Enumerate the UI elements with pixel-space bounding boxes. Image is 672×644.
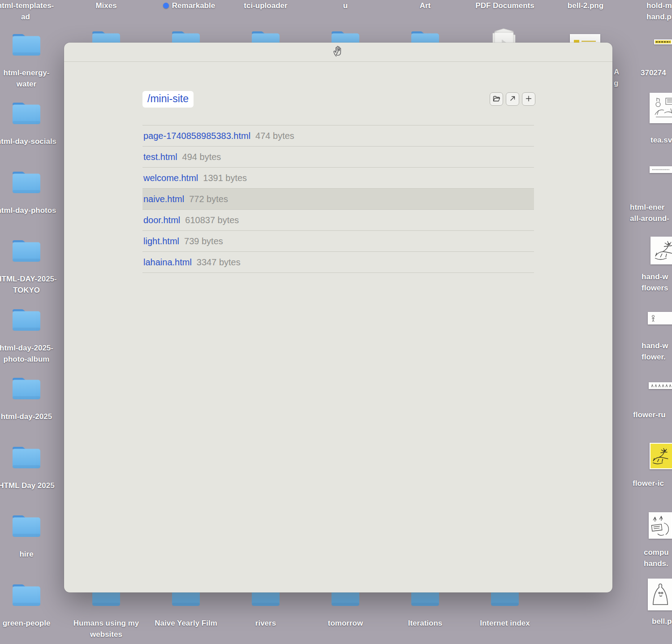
file-link[interactable]: page-1740858985383.html [143, 131, 250, 141]
window-titlebar[interactable] [64, 43, 612, 62]
desktop-label-html-templates-ad[interactable]: html-templates-ad [0, 0, 66, 22]
arrow-up-right-icon [508, 94, 517, 104]
desktop-label-hand-w-flowers[interactable]: hand-wflowers [642, 271, 672, 294]
folder-icon-html-day-2025-photo-album[interactable] [11, 307, 42, 333]
file-size: 610837 bytes [185, 215, 239, 225]
file-row-naive-html[interactable]: naive.html772 bytes [142, 188, 534, 209]
desktop-label-rivers[interactable]: rivers [225, 618, 306, 629]
hand-icon [332, 45, 344, 59]
html-energy-banner-thumbnail[interactable] [650, 166, 672, 173]
desktop-label-tci-uploader[interactable]: tci-uploader [225, 0, 306, 11]
file-link[interactable]: light.html [143, 236, 179, 246]
file-browser-window: /mini-site page-1740858985383.html474 by… [64, 43, 612, 592]
open-folder-icon [492, 94, 501, 104]
desktop-label-remarkable[interactable]: Remarkable [149, 0, 229, 11]
desktop-label-html-energy-water[interactable]: html-energy-water [0, 67, 67, 90]
file-size: 474 bytes [255, 131, 294, 141]
desktop-label-hire[interactable]: hire [0, 549, 67, 560]
desktop-label-internet-index[interactable]: Internet index [465, 618, 545, 629]
reveal-folder-button[interactable] [490, 92, 503, 106]
folder-icon-html-day-socials[interactable] [11, 100, 42, 127]
file-size: 494 bytes [182, 152, 221, 162]
desktop-label-html-day-2025[interactable]: html-day-2025 [0, 411, 67, 422]
flower-rule-thumbnail[interactable] [649, 382, 672, 389]
hand-with-flowers-thumbnail[interactable] [650, 237, 672, 264]
toolbar [490, 92, 535, 106]
desktop-label-html-day-socials[interactable]: html-day-socials [0, 136, 67, 147]
file-size: 1391 bytes [203, 173, 247, 183]
plus-icon [524, 94, 533, 104]
file-link[interactable]: naive.html [143, 194, 184, 204]
file-size: 739 bytes [184, 236, 223, 246]
desktop-label-u[interactable]: u [305, 0, 386, 11]
file-size: 772 bytes [189, 194, 228, 204]
bell-thumbnail[interactable] [648, 579, 672, 610]
desktop-label-hand-w-flower[interactable]: hand-wflower. [642, 340, 672, 363]
folder-icon-html-energy-water[interactable] [11, 31, 42, 58]
desktop-label-mixes[interactable]: Mixes [66, 0, 146, 11]
file-row-light-html[interactable]: light.html739 bytes [142, 230, 534, 251]
edge-strip-thumbnail[interactable] [654, 39, 672, 44]
desktop-label-html-day-2025[interactable]: HTML Day 2025 [0, 480, 67, 491]
file-link[interactable]: lahaina.html [143, 257, 192, 268]
desktop-label-html-day-photos[interactable]: html-day-photos [0, 205, 67, 216]
hand-with-flower-thumbnail[interactable] [648, 312, 672, 324]
sync-dot-icon [163, 3, 169, 9]
file-list: page-1740858985383.html474 bytestest.htm… [142, 125, 534, 273]
desktop-label-bell-p[interactable]: bell.p [652, 616, 672, 627]
desktop-label-flower-ru[interactable]: flower-ru [633, 409, 672, 420]
file-link[interactable]: welcome.html [143, 173, 198, 183]
desktop-label-compu-hands[interactable]: compuhands. [644, 547, 672, 569]
file-row-welcome-html[interactable]: welcome.html1391 bytes [142, 167, 534, 188]
desktop-label-tea-sv[interactable]: tea.sv [650, 134, 672, 146]
desktop-label-html-ener-all-around[interactable]: html-enerall-around- [630, 202, 672, 224]
tea-thumbnail[interactable] [650, 93, 672, 123]
path-chip[interactable]: /mini-site [142, 91, 194, 108]
desktop-label-bell-2-png[interactable]: bell-2.png [545, 0, 626, 11]
file-row-door-html[interactable]: door.html610837 bytes [142, 209, 534, 230]
add-file-button[interactable] [522, 92, 535, 106]
file-link[interactable]: door.html [143, 215, 180, 225]
desktop-label-green-people[interactable]: green-people [0, 618, 67, 629]
desktop-label-370274[interactable]: 370274 [641, 67, 672, 78]
desktop-label-html-day-2025-tokyo[interactable]: HTML-DAY-2025-TOKYO [0, 273, 67, 296]
folder-icon-html-day-2025-tokyo[interactable] [11, 238, 42, 264]
folder-icon-html-day-2025[interactable] [11, 444, 42, 471]
desktop-label-naive-yearly-film[interactable]: Naive Yearly Film [146, 618, 226, 629]
flower-icon-thumbnail[interactable] [650, 443, 672, 469]
desktop-label-hold-m-hand-p[interactable]: hold-mhand.p [646, 0, 672, 22]
computer-hands-thumbnail[interactable] [649, 512, 672, 539]
folder-icon-hire[interactable] [11, 513, 42, 540]
desktop-label-iterations[interactable]: Iterations [385, 618, 465, 629]
open-external-button[interactable] [506, 92, 519, 106]
desktop-label-flower-ic[interactable]: flower-ic [633, 478, 672, 489]
file-row-lahaina-html[interactable]: lahaina.html3347 bytes [142, 251, 534, 273]
folder-icon-green-people[interactable] [11, 582, 42, 609]
file-row-test-html[interactable]: test.html494 bytes [142, 146, 534, 167]
desktop-label-pdf-documents[interactable]: PDF Documents [465, 0, 545, 11]
desktop-label-art[interactable]: Art [385, 0, 465, 11]
file-row-page-1740858985383-html[interactable]: page-1740858985383.html474 bytes [142, 125, 534, 146]
folder-icon-html-day-2025[interactable] [11, 375, 42, 402]
file-link[interactable]: test.html [143, 152, 177, 162]
window-content: /mini-site page-1740858985383.html474 by… [64, 62, 612, 592]
desktop-label-humans-using-my-websites[interactable]: Humans using mywebsites [66, 618, 146, 640]
desktop-label-html-day-2025-photo-album[interactable]: html-day-2025-photo-album [0, 342, 67, 365]
folder-icon-html-day-photos[interactable] [11, 169, 42, 196]
desktop-label-tomorrow[interactable]: tomorrow [305, 618, 386, 629]
file-size: 3347 bytes [197, 257, 241, 268]
